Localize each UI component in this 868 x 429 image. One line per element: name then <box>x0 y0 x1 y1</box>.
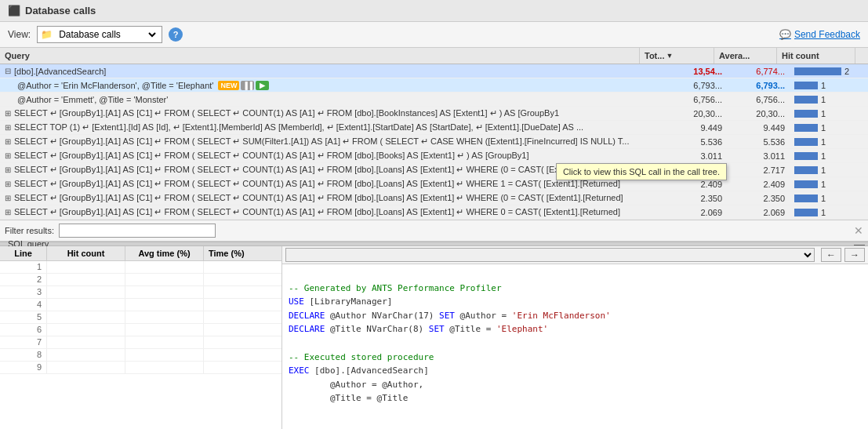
table-row[interactable]: ⊞ SELECT ↵ [GroupBy1].[A1] AS [C1] ↵ FRO… <box>0 149 868 163</box>
avera-cell: 3.011 <box>727 150 790 162</box>
expand-icon[interactable]: ⊟ <box>5 67 11 75</box>
tooltip: Click to view this SQL call in the call … <box>556 163 727 180</box>
sql-keyword-line: USE <box>289 296 304 307</box>
line-time <box>204 311 281 323</box>
expand-icon[interactable]: ⊞ <box>5 151 11 160</box>
filter-close-icon[interactable]: ✕ <box>854 224 863 237</box>
help-icon[interactable]: ? <box>169 27 183 42</box>
table-row[interactable]: ⊞ SELECT ↵ [GroupBy1].[A1] AS [C1] ↵ FRO… <box>0 177 868 191</box>
tot-cell: 6,793... <box>652 79 727 92</box>
tot-cell: 5.536 <box>652 136 727 148</box>
hitcount-cell: 1 <box>790 107 868 120</box>
col-scroll-spacer <box>855 48 868 64</box>
col-query[interactable]: Query <box>0 48 640 64</box>
hitcount-cell: 1 <box>790 136 868 148</box>
sql-keyword: SET <box>439 311 455 321</box>
sql-text: @Author NVarChar(17) <box>325 311 439 321</box>
sql-line-row: 1 <box>0 261 281 274</box>
send-feedback-button[interactable]: 💬 Send Feedback <box>779 29 860 40</box>
table-row[interactable]: ⊞ SELECT TOP (1) ↵ [Extent1].[Id] AS [Id… <box>0 121 868 135</box>
table-row[interactable]: ⊞ SELECT ↵ [GroupBy1].[A1] AS [C1] ↵ FRO… <box>0 163 868 177</box>
line-avg <box>125 299 204 311</box>
table-row[interactable]: @Author = 'Emmett', @Title = 'Monster' 6… <box>0 93 868 107</box>
hitcount-cell: 1 <box>790 164 868 176</box>
line-avg <box>125 261 204 273</box>
hit-bar <box>794 195 818 202</box>
line-time <box>204 274 281 285</box>
view-dropdown[interactable]: Database calls <box>56 28 158 41</box>
hit-bar <box>794 180 818 188</box>
line-hit <box>47 311 125 323</box>
line-time <box>204 261 281 273</box>
nav-prev-button[interactable]: ← <box>821 248 841 262</box>
view-label: View: <box>8 29 31 40</box>
tot-cell: 9.449 <box>652 122 727 134</box>
table-row[interactable]: ⊞ SELECT ↵ [GroupBy1].[A1] AS [C1] ↵ FRO… <box>0 191 868 205</box>
hitcount-cell: 1 <box>790 192 868 205</box>
sql-string: 'Elephant' <box>496 324 548 334</box>
line-time <box>204 324 281 336</box>
avera-cell: 6,793... <box>727 79 790 92</box>
tot-cell: 6,756... <box>652 93 727 106</box>
sql-dropdown[interactable] <box>285 248 815 262</box>
line-num: 6 <box>0 324 47 336</box>
query-cell: @Author = 'Erin McFlanderson', @Title = … <box>13 79 652 92</box>
table-row[interactable]: ⊞ SELECT ↵ [GroupBy1].[A1] AS [C1] ↵ FRO… <box>0 135 868 149</box>
line-avg <box>125 311 204 323</box>
expand-icon[interactable]: ⊞ <box>5 123 11 132</box>
line-num: 4 <box>0 299 47 311</box>
tot-cell: 2.069 <box>652 206 727 219</box>
line-num: 5 <box>0 311 47 323</box>
sort-arrow-tot: ▼ <box>666 52 673 60</box>
table-header: Query Tot... ▼ Avera... Hit count <box>0 48 868 64</box>
sql-text: [dbo].[AdvancedSearch] @Author = @Author… <box>289 365 429 403</box>
nav-next-button[interactable]: → <box>844 248 865 262</box>
sql-line-row: 3 <box>0 286 281 299</box>
sql-line-row: 4 <box>0 299 281 311</box>
expand-icon[interactable]: ⊞ <box>5 180 11 188</box>
filter-label: Filter results: <box>5 226 54 235</box>
expand-icon[interactable]: ⊞ <box>5 109 11 118</box>
hitcount-cell: 1 <box>790 79 868 92</box>
line-hit <box>47 299 125 311</box>
query-cell: ⊞ SELECT TOP (1) ↵ [Extent1].[Id] AS [Id… <box>0 121 652 134</box>
sql-string: 'Erin McFlanderson' <box>512 311 611 321</box>
expand-icon[interactable]: ⊞ <box>5 208 11 216</box>
line-num: 9 <box>0 362 47 373</box>
sql-comment-line: -- Executed stored procedure <box>289 352 434 362</box>
extra-rows-container: ⊞ SELECT ↵ [GroupBy1].[A1] AS [C1] ↵ FRO… <box>0 107 868 220</box>
sql-keyword: DECLARE <box>289 311 325 321</box>
line-num: 2 <box>0 274 47 285</box>
col-hitcount[interactable]: Hit count <box>777 48 855 64</box>
sql-line-row: 7 <box>0 336 281 349</box>
line-time <box>204 336 281 348</box>
line-avg <box>125 274 204 285</box>
avera-cell: 2.069 <box>727 206 790 219</box>
filter-input[interactable] <box>59 224 216 238</box>
avera-cell: 2.717 <box>727 164 790 176</box>
view-select[interactable]: 📁 Database calls <box>37 26 162 43</box>
line-time <box>204 362 281 373</box>
avera-cell: 6,756... <box>727 93 790 106</box>
hit-bar <box>794 166 818 174</box>
table-row[interactable]: @Author = 'Erin McFlanderson', @Title = … <box>0 78 868 93</box>
line-avg <box>125 336 204 348</box>
query-cell: ⊞ SELECT ↵ [GroupBy1].[A1] AS [C1] ↵ FRO… <box>0 107 652 120</box>
table-row[interactable]: ⊞ SELECT ↵ [GroupBy1].[A1] AS [C1] ↵ FRO… <box>0 107 868 121</box>
sql-nav-toolbar: ← → <box>282 246 868 264</box>
expand-icon[interactable]: ⊞ <box>5 165 11 174</box>
sql-line-row: 8 <box>0 349 281 362</box>
expand-icon[interactable]: ⊞ <box>5 194 11 202</box>
col-avg: Avg time (%) <box>125 246 204 260</box>
hitcount-cell: 2 <box>790 65 868 78</box>
line-hit <box>47 261 125 273</box>
hitcount-cell: 1 <box>790 150 868 162</box>
table-row[interactable]: ⊟ [dbo].[AdvancedSearch] 13,54... 6,774.… <box>0 64 868 78</box>
expand-icon[interactable]: ⊞ <box>5 137 11 146</box>
col-avera[interactable]: Avera... <box>714 48 777 64</box>
table-row[interactable]: ⊞ SELECT ↵ [GroupBy1].[A1] AS [C1] ↵ FRO… <box>0 205 868 220</box>
col-tot[interactable]: Tot... ▼ <box>640 48 714 64</box>
sql-body: Line Hit count Avg time (%) Time (%) 1 2… <box>0 246 868 429</box>
tot-cell: 13,54... <box>652 65 727 78</box>
col-hit: Hit count <box>47 246 125 260</box>
